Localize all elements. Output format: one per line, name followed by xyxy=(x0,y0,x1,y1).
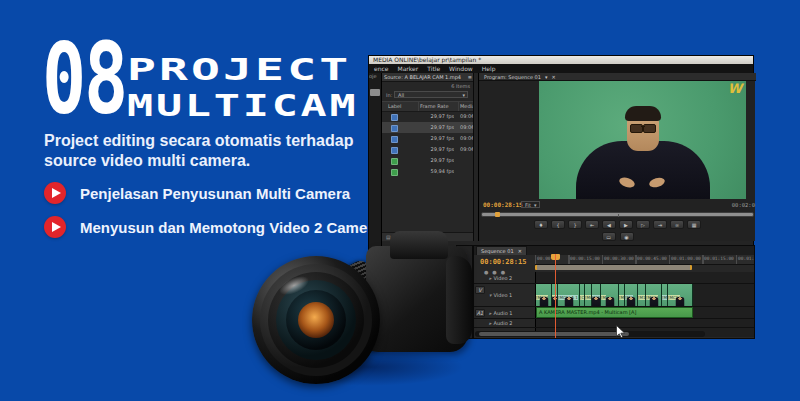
project-tab-fragment: oje xyxy=(369,73,377,79)
menu-item-help[interactable]: Help xyxy=(482,64,496,73)
bullet-label: Penjelasan Penyusunan Multi Camera xyxy=(80,185,350,202)
filter-row: In: All ▾ xyxy=(382,90,474,100)
export-frame-button[interactable]: ◉ xyxy=(620,232,634,241)
go-to-out-button[interactable]: ⇥ xyxy=(653,220,667,229)
label-color-chip[interactable] xyxy=(391,114,398,121)
program-scrub-bar[interactable] xyxy=(481,212,754,217)
clip-segment[interactable]: [MC1] xyxy=(646,284,662,306)
clip-segment[interactable]: [MC xyxy=(585,284,592,306)
track-audio-1[interactable]: A1 ▸Audio 1 A KAMERA MASTER.mp4 - Multic… xyxy=(474,307,755,319)
menu-item-window[interactable]: Window xyxy=(449,64,473,73)
timeline-tab-row: Sequence 01 ✕ xyxy=(474,246,755,255)
transport-controls-secondary: ▭ ◉ xyxy=(479,232,756,241)
table-row[interactable]: 29,97 fps 09:06 xyxy=(382,111,474,122)
track-lane[interactable]: [MC1] [M [MC1] A 1 [C [MC [MC1] [M [MC1]… xyxy=(535,284,755,306)
program-monitor-panel: Program: Sequence 01 ▾ ✕ W 00:00:28:15 F… xyxy=(478,73,755,241)
track-video-2[interactable]: ▸Video 2 xyxy=(474,272,755,284)
mouse-cursor xyxy=(616,324,626,342)
safe-margins-button[interactable]: ▦ xyxy=(687,220,701,229)
table-row[interactable]: 29,97 fps 09:06 xyxy=(382,144,474,155)
chevron-down-icon: ▾ xyxy=(534,202,537,207)
timeline-panel: Sequence 01 ✕ 00:00:28:15 ●●● 00:00 00:0… xyxy=(473,245,755,339)
search-input[interactable] xyxy=(370,89,380,96)
program-video-frame: W xyxy=(539,81,746,199)
menu-item-sequence[interactable]: ence xyxy=(374,64,388,73)
panel-menu-icon[interactable]: ≡ xyxy=(468,73,472,81)
label-color-chip[interactable] xyxy=(391,169,398,176)
chapter-number: 08 xyxy=(42,30,126,128)
play-button[interactable]: ▶ xyxy=(619,220,633,229)
current-timecode[interactable]: 00:00:28:15 xyxy=(483,201,523,208)
window-title-bar: MEDIA ONLINE\belajar pr\tampilan * xyxy=(369,56,753,64)
label-color-chip[interactable] xyxy=(391,158,398,165)
description: Project editing secara otomatis terhadap… xyxy=(44,131,374,171)
thumbnail-figure xyxy=(627,297,636,306)
clip-segment[interactable]: [MC1] xyxy=(668,284,693,306)
track-name: Audio 2 xyxy=(494,320,513,326)
close-icon[interactable]: ✕ xyxy=(518,247,522,255)
table-row[interactable]: 59,94 fps xyxy=(382,166,474,177)
filter-dropdown[interactable]: All ▾ xyxy=(394,91,468,98)
go-to-in-button[interactable]: ⇤ xyxy=(585,220,599,229)
menu-bar: ence Marker Title Window Help xyxy=(369,64,753,73)
label-color-chip[interactable] xyxy=(391,136,398,143)
zoom-level-dropdown[interactable]: Fit ▾ xyxy=(521,201,540,208)
source-tab[interactable]: Source: A BELAJAR CAM 1.mp4 ≡ xyxy=(382,73,474,82)
column-frame-rate[interactable]: Frame Rate xyxy=(420,102,449,110)
add-marker-button[interactable]: ♦ xyxy=(534,220,548,229)
clip-segment[interactable]: [MC1] xyxy=(536,284,552,306)
filter-label: In: xyxy=(386,92,392,98)
sequence-tab[interactable]: Sequence 01 ✕ xyxy=(476,246,527,255)
label-color-chip[interactable] xyxy=(391,125,398,132)
track-lane[interactable] xyxy=(535,272,755,283)
clip-segment[interactable]: [MC xyxy=(625,284,638,306)
table-row-selected[interactable]: 29,97 fps 09:06 xyxy=(382,122,474,133)
mark-in-button[interactable]: { xyxy=(551,220,565,229)
frame-rate-cell: 59,94 fps xyxy=(418,166,454,177)
column-label[interactable]: Label xyxy=(388,102,402,110)
program-tab[interactable]: Program: Sequence 01 ▾ ✕ xyxy=(479,73,756,81)
table-row[interactable]: 29,97 fps 09:06 xyxy=(382,133,474,144)
time-ruler[interactable]: 00:00 00:00:15:00 00:00:30:00 00:00:45:0… xyxy=(535,255,755,265)
watermark: W xyxy=(728,81,742,96)
clip-segment[interactable]: [MC1] A 1 xyxy=(558,284,580,306)
ruler-tick-label: 00:01:15:00 xyxy=(704,256,734,261)
track-name: Audio 1 xyxy=(494,310,513,316)
program-tab-label: Program: Sequence 01 xyxy=(484,73,541,80)
track-lane[interactable] xyxy=(535,319,755,327)
menu-item-title[interactable]: Title xyxy=(427,64,440,73)
source-tab-label: Source: A BELAJAR CAM 1.mp4 xyxy=(384,73,461,81)
lift-button[interactable]: ▭ xyxy=(602,232,616,241)
menu-item-marker[interactable]: Marker xyxy=(397,64,418,73)
horizontal-scrollbar[interactable] xyxy=(475,331,705,337)
thumbnail-figure xyxy=(564,297,573,306)
column-media-start[interactable]: Media St xyxy=(460,102,474,110)
track-video-1[interactable]: V ▾Video 1 [MC1] [M [MC1] A 1 [C [MC [MC… xyxy=(474,284,755,307)
table-row[interactable]: 29,97 fps xyxy=(382,155,474,166)
label-color-chip[interactable] xyxy=(391,147,398,154)
clip-segment[interactable]: [MC1] xyxy=(592,284,601,306)
step-forward-button[interactable]: ▷ xyxy=(636,220,650,229)
multicam-clip-sequence[interactable]: [MC1] [M [MC1] A 1 [C [MC [MC1] [M [MC1]… xyxy=(536,284,693,306)
track-audio-2[interactable]: ▸Audio 2 xyxy=(474,319,755,328)
timeline-timecode[interactable]: 00:00:28:15 xyxy=(480,258,526,266)
audio-clip[interactable]: A KAMERA MASTER.mp4 - Multicam [A] xyxy=(536,307,693,318)
thumbnail-figure xyxy=(605,297,614,306)
presenter-hair xyxy=(625,106,661,121)
title-line-2: MULTICAM xyxy=(127,90,358,121)
thumbnail-figure xyxy=(649,297,658,306)
media-start-cell: 09:06 xyxy=(460,144,474,155)
title-line-1: PROJECT xyxy=(127,54,351,85)
clip-segment[interactable]: [M1 xyxy=(638,284,646,306)
bullet-item-1: Penjelasan Penyusunan Multi Camera xyxy=(44,182,350,204)
scrollbar-thumb[interactable] xyxy=(479,332,629,336)
clip-segment[interactable]: [M xyxy=(601,284,619,306)
work-area-bar[interactable] xyxy=(535,265,692,270)
mark-out-button[interactable]: } xyxy=(568,220,582,229)
step-back-button[interactable]: ◀ xyxy=(602,220,616,229)
close-icon[interactable]: ✕ xyxy=(552,73,556,80)
scrub-playhead[interactable] xyxy=(495,212,500,217)
loop-button[interactable]: ∞ xyxy=(670,220,684,229)
track-lane[interactable]: A KAMERA MASTER.mp4 - Multicam [A] xyxy=(535,307,755,318)
thumbnail-figure xyxy=(676,297,685,306)
